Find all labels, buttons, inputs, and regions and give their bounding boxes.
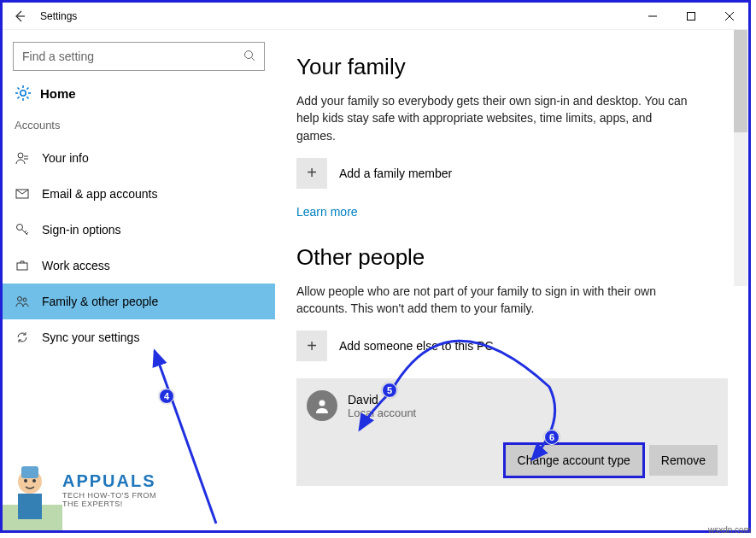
sidebar-item-work[interactable]: Work access [3, 248, 275, 284]
mail-icon [15, 186, 30, 202]
svg-rect-25 [21, 466, 38, 478]
svg-point-27 [24, 479, 27, 482]
svg-point-15 [18, 153, 23, 158]
sidebar-item-sync[interactable]: Sync your settings [3, 319, 275, 355]
user-type: Local account [348, 406, 416, 419]
add-someone-label: Add someone else to this PC [339, 339, 494, 353]
annotation-marker-4: 4 [159, 389, 174, 404]
svg-rect-26 [18, 494, 42, 519]
close-button[interactable] [710, 3, 748, 29]
key-icon [15, 222, 30, 237]
svg-line-13 [26, 88, 28, 90]
home-label: Home [40, 86, 76, 101]
add-someone-button[interactable]: + Add someone else to this PC [296, 330, 728, 361]
sidebar-item-label: Sign-in options [42, 223, 121, 237]
main-panel: Your family Add your family so everybody… [276, 30, 748, 530]
other-heading: Other people [296, 244, 728, 271]
sidebar-item-email[interactable]: Email & app accounts [3, 176, 275, 212]
learn-more-link[interactable]: Learn more [296, 205, 358, 219]
svg-line-14 [18, 96, 20, 98]
svg-point-28 [32, 479, 36, 482]
svg-line-11 [18, 88, 20, 90]
sidebar-item-your-info[interactable]: Your info [3, 140, 275, 176]
other-description: Allow people who are not part of your fa… [296, 283, 689, 318]
watermark-brand: APPUALS [62, 471, 156, 491]
minimize-button[interactable] [633, 3, 671, 29]
svg-line-12 [26, 96, 28, 98]
annotation-marker-6: 6 [544, 430, 560, 445]
add-family-label: Add a family member [339, 167, 452, 180]
annotation-marker-5: 5 [382, 383, 397, 398]
sidebar: Find a setting Home Accounts Your info E… [3, 30, 276, 530]
plus-icon: + [296, 158, 327, 189]
user-card[interactable]: David Local account Change account type … [296, 378, 728, 486]
gear-icon [15, 85, 32, 102]
watermark: APPUALS TECH HOW-TO'S FROM THE EXPERTS! [3, 458, 165, 530]
sidebar-item-family[interactable]: Family & other people [3, 284, 275, 319]
sidebar-item-label: Sync your settings [42, 330, 139, 344]
svg-rect-18 [17, 263, 27, 270]
svg-line-5 [252, 57, 255, 61]
family-heading: Your family [296, 54, 728, 80]
back-button[interactable] [3, 9, 37, 23]
scrollbar-thumb[interactable] [734, 30, 747, 132]
people-icon [15, 294, 30, 309]
titlebar: Settings [3, 3, 748, 30]
watermark-tagline: TECH HOW-TO'S FROM THE EXPERTS! [62, 491, 165, 508]
search-icon [243, 50, 255, 64]
search-input[interactable]: Find a setting [13, 42, 265, 71]
sidebar-item-label: Your info [42, 151, 89, 165]
sidebar-item-signin[interactable]: Sign-in options [3, 212, 275, 248]
avatar-icon [307, 390, 337, 421]
svg-point-4 [245, 50, 253, 58]
svg-point-17 [17, 225, 23, 231]
add-family-member-button[interactable]: + Add a family member [296, 158, 728, 189]
search-placeholder: Find a setting [22, 50, 94, 63]
window-title: Settings [37, 10, 633, 22]
svg-point-19 [18, 297, 22, 301]
section-label: Accounts [3, 114, 275, 140]
briefcase-icon [15, 258, 30, 273]
change-account-type-button[interactable]: Change account type [506, 445, 642, 476]
svg-rect-1 [687, 12, 694, 20]
family-description: Add your family so everybody gets their … [296, 92, 689, 144]
sidebar-item-label: Work access [42, 259, 110, 272]
home-link[interactable]: Home [3, 85, 275, 114]
sidebar-item-label: Email & app accounts [42, 187, 157, 201]
person-icon [15, 150, 30, 166]
maximize-button[interactable] [671, 3, 710, 29]
scrollbar[interactable] [734, 30, 747, 286]
svg-point-21 [319, 401, 325, 406]
remove-button[interactable]: Remove [649, 445, 718, 476]
plus-icon: + [296, 330, 327, 361]
svg-point-6 [21, 91, 26, 96]
user-name: David [348, 393, 416, 406]
svg-point-20 [23, 298, 26, 301]
sidebar-item-label: Family & other people [42, 295, 158, 308]
sync-icon [15, 330, 30, 345]
source-site: wsxdn.com [708, 525, 751, 535]
